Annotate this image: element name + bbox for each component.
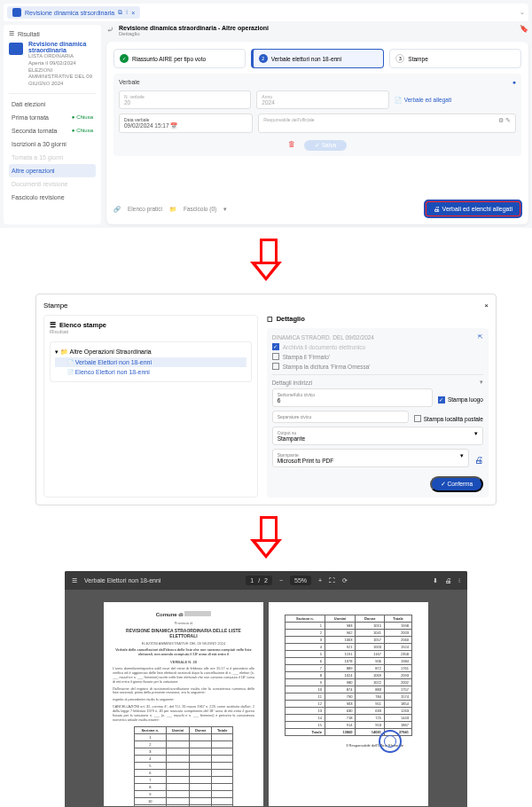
folder-icon[interactable]: 📁	[169, 206, 176, 213]
close-icon[interactable]: ×	[484, 302, 489, 309]
zoom-out-icon[interactable]: −	[279, 577, 283, 584]
verbale-section: Verbale● N. verbale20 Anno2024 📄Verbale …	[113, 74, 521, 156]
page-control[interactable]: 1 / 2	[246, 576, 272, 585]
chk-localita[interactable]	[414, 415, 421, 422]
content-sub: Dettaglio	[119, 31, 269, 36]
zoom-level[interactable]: 55%	[290, 576, 311, 585]
arrow-down-icon	[250, 516, 282, 560]
content-area: ⤶ Revisione dinamica straordinaria - Alt…	[106, 25, 528, 224]
stamp-icon	[379, 730, 402, 753]
tab-bar: Revisione dinamica strsordinaria ⧉ ⁝ × ⌄	[4, 4, 528, 21]
elenco-sub: Risultati	[50, 329, 252, 334]
tab-active[interactable]: Revisione dinamica strsordinaria ⧉ ⁝ ×	[7, 6, 140, 19]
elenco-title: Elenco stampe	[59, 321, 106, 329]
resp-field[interactable]: Responsabile dell'ufficiale⚙ ✎	[258, 114, 516, 133]
printer-select[interactable]: Microsoft Print to PDF	[278, 458, 334, 464]
sidebar-sub1: LISTA ORDINARIA	[28, 53, 96, 60]
open-icon[interactable]: ⇱	[478, 333, 483, 341]
chk-archivia	[272, 343, 279, 350]
stampe-dialog: Stampe× ☰Elenco stampe Risultati ▾ 📁 Alt…	[35, 294, 497, 505]
stepper: ✓Riassunto AIRE per tipo voto 2Verbale e…	[113, 49, 521, 68]
sidebar-item-tornata15: Tornata a 15 giorni	[9, 151, 96, 164]
tree-item-elenco[interactable]: Elenco Elettori non 18-enni	[55, 367, 246, 377]
arrow-down-icon	[250, 239, 282, 283]
folder-icon	[9, 43, 23, 55]
verbali-allegati-button[interactable]: 🖨Verbali ed elenchi allegati	[425, 200, 521, 217]
rotate-icon[interactable]: ⟳	[342, 577, 348, 584]
ref-text: DINAMICA STRAORD. DEL 09/02/2024	[272, 334, 374, 341]
confirm-button[interactable]: ✓ Conferma	[430, 476, 483, 492]
pdf-title: Verbale Elettori non 18-enni	[84, 577, 160, 584]
collapse-icon[interactable]: ●	[512, 79, 516, 85]
results-label: Risultati	[18, 31, 40, 37]
num-field[interactable]: N. verbale20	[119, 90, 251, 109]
allegati-link[interactable]: 📄Verbale ed allegati	[395, 90, 516, 109]
pdf-page-2: Sezione n.UominiDonneTotale1983101519982…	[269, 602, 428, 806]
tree-root[interactable]: ▾ 📁 Altre Operazioni Straordinaria	[55, 347, 246, 357]
sidebar-item-documenti: Documenti revisione	[9, 177, 96, 191]
table-page2: Sezione n.UominiDonneTotale1983101519982…	[285, 615, 412, 736]
download-icon[interactable]: ⬇	[433, 577, 438, 584]
tab-title: Revisione dinamica strsordinaria	[25, 10, 114, 16]
data-field[interactable]: Data verbale09/02/2024 15:17 📅	[119, 114, 253, 133]
close-icon[interactable]: ×	[131, 10, 135, 16]
detail-icon: ◻	[267, 315, 273, 323]
output-select[interactable]: Stampante	[278, 435, 305, 442]
list-icon: ☰	[50, 321, 56, 329]
sidebar-item-altre[interactable]: Altre operazioni	[9, 164, 96, 177]
dettaglio-title: Dettaglio	[277, 315, 305, 323]
print-icon[interactable]: 🖨	[445, 577, 451, 584]
bookmark-icon[interactable]: 🔖	[520, 25, 528, 33]
save-button[interactable]: ✓ Salva	[304, 140, 347, 151]
chk-firmato[interactable]	[272, 353, 279, 360]
tree-item-verbale[interactable]: Verbale Elettori non 18-enni	[55, 357, 246, 367]
dialog-title: Stampe	[43, 302, 68, 309]
indirizzi-label: Dettagli indirizzi	[272, 380, 313, 386]
app-icon	[12, 8, 21, 17]
chevron-down-icon[interactable]: ▾	[480, 379, 483, 386]
sidebar: ☰ Risultati Revisione dinamica straordin…	[4, 25, 101, 224]
zoom-in-icon[interactable]: +	[318, 577, 322, 584]
chk-omessa[interactable]	[272, 363, 279, 370]
tools-icon[interactable]: ⁝	[126, 9, 128, 16]
step-2[interactable]: 2Verbale elettori non 18-enni	[251, 49, 385, 68]
more-icon[interactable]: ⁝	[458, 577, 460, 584]
print-icon[interactable]: 🖨	[474, 455, 483, 465]
sidebar-item-fascicolo[interactable]: Fascicolo revisione	[9, 191, 96, 204]
footer-link[interactable]: Elenco pratici	[128, 206, 162, 212]
sidebar-item-prima[interactable]: Prima tornataChiusa	[9, 111, 96, 124]
sidebar-sub3: ELEZIONI AMMINISTRATIVE DEL 09 GIUGNO 20…	[28, 67, 96, 88]
sidebar-list: Dati elezioni Prima tornataChiusa Second…	[9, 98, 96, 204]
sidebar-title: Revisione dinamica straordinaria	[28, 41, 96, 53]
footer-fasc[interactable]: Fascicolo (0)	[184, 206, 216, 212]
copy-icon[interactable]: ⧉	[118, 9, 122, 16]
table-page1: Sezione n.UominiDonneTotale 12 34 56 78 …	[134, 726, 233, 807]
sidebar-item-seconda[interactable]: Seconda tornataChiusa	[9, 124, 96, 137]
sez1-field[interactable]: 6	[278, 397, 281, 404]
fit-icon[interactable]: ⛶	[329, 577, 335, 584]
section-title: Verbale	[119, 79, 140, 85]
chk-luogo[interactable]	[438, 396, 445, 404]
delete-icon[interactable]: 🗑	[288, 140, 295, 151]
menu-icon[interactable]: ☰	[72, 577, 77, 584]
chevron-down-icon[interactable]: ⌄	[520, 9, 525, 16]
sidebar-header: Revisione dinamica straordinaria LISTA O…	[9, 41, 96, 94]
pdf-page-1: Comune di Provincia di REVISIONE DINAMIC…	[104, 602, 263, 806]
content-title: Revisione dinamica straordinaria - Altre…	[119, 25, 269, 31]
anno-field[interactable]: Anno2024	[256, 90, 388, 109]
list-icon: ☰	[9, 30, 14, 37]
back-icon[interactable]: ⤶	[106, 25, 113, 35]
step-1[interactable]: ✓Riassunto AIRE per tipo voto	[113, 49, 246, 68]
step-3[interactable]: 3Stampe	[389, 49, 521, 68]
sidebar-item-iscrizioni[interactable]: Iscrizioni a 30 giorni	[9, 137, 96, 151]
sidebar-sub2: Aperta il 09/02/2024	[28, 60, 96, 67]
link-icon[interactable]: 🔗	[113, 206, 121, 213]
sidebar-item-dati[interactable]: Dati elezioni	[9, 98, 96, 111]
pdf-viewer: ☰ Verbale Elettori non 18-enni 1 / 2 − 5…	[65, 571, 467, 807]
